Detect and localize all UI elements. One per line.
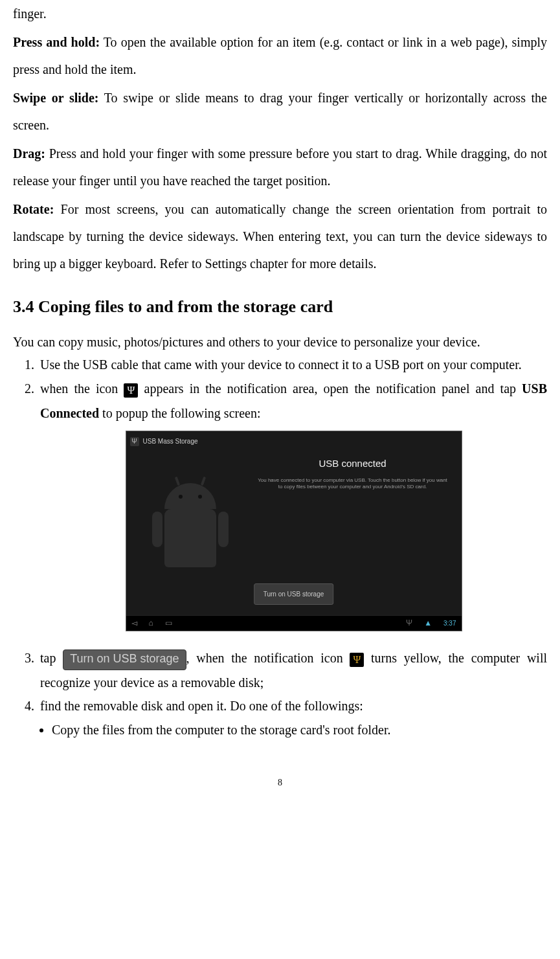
step-2-text-a: when the icon: [40, 381, 124, 396]
step-3-text-b: , when the notification icon: [186, 651, 350, 665]
nav-back-icon[interactable]: ◅: [131, 616, 137, 631]
step-2: when the icon appears in the notificatio…: [38, 376, 547, 639]
step-1: Use the USB cable that came with your de…: [38, 355, 547, 375]
step-3: tap Turn on USB storage, when the notifi…: [38, 646, 547, 695]
gesture-swipe: Swipe or slide: To swipe or slide means …: [13, 84, 547, 139]
nav-recent-icon[interactable]: ▭: [165, 616, 172, 631]
ss-subtext: You have connected to your computer via …: [256, 477, 450, 491]
sub-bullets: Copy the files from the computer to the …: [13, 717, 547, 742]
ss-turn-on-usb-button[interactable]: Turn on USB storage: [254, 583, 334, 605]
drag-text: Press and hold your finger with some pre…: [13, 146, 547, 188]
usb-icon-yellow: [350, 653, 364, 667]
gesture-rotate: Rotate: For most screens, you can automa…: [13, 196, 547, 277]
usb-screenshot: Ψ USB Mass Storage USB connected You hav…: [126, 431, 462, 631]
usb-icon: [124, 383, 138, 398]
bullet-copy-files: Copy the files from the computer to the …: [52, 717, 547, 742]
steps-list: Use the USB cable that came with your de…: [13, 355, 547, 716]
rotate-label: Rotate:: [13, 202, 54, 216]
nav-clock: 3:37: [443, 617, 456, 629]
step-3-text-a: tap: [40, 651, 63, 665]
swipe-label: Swipe or slide:: [13, 91, 99, 105]
step-2-text-b: appears in the notification area, open t…: [138, 381, 522, 396]
android-robot-icon: [155, 483, 226, 587]
section-heading: 3.4 Coping files to and from the storage…: [13, 295, 547, 319]
drag-label: Drag:: [13, 146, 45, 161]
ss-titlebar: Ψ USB Mass Storage: [130, 435, 198, 447]
ss-title: USB Mass Storage: [143, 435, 198, 447]
nav-wifi-icon: ▲: [424, 616, 432, 631]
step-2-text-c: to popup the following screen:: [99, 406, 260, 420]
gesture-press-hold: Press and hold: To open the available op…: [13, 28, 547, 83]
usb-screenshot-wrap: Ψ USB Mass Storage USB connected You hav…: [40, 431, 547, 639]
ss-usb-mini-icon: Ψ: [130, 437, 139, 446]
nav-home-icon[interactable]: ⌂: [149, 616, 153, 631]
page-number: 8: [13, 773, 547, 802]
turn-on-usb-storage-button[interactable]: Turn on USB storage: [63, 649, 186, 670]
ss-navbar: ◅ ⌂ ▭ Ψ ▲ 3:37: [126, 615, 462, 631]
nav-usb-icon: Ψ: [406, 616, 412, 631]
step-4: find the removable disk and open it. Do …: [38, 696, 547, 716]
gesture-finger-fragment: finger.: [13, 0, 547, 27]
section-intro: You can copy music, photos/pictures and …: [13, 333, 547, 351]
press-hold-label: Press and hold:: [13, 35, 100, 49]
gesture-drag: Drag: Press and hold your finger with so…: [13, 140, 547, 194]
ss-content: USB connected You have connected to your…: [256, 455, 450, 490]
rotate-text: For most screens, you can automatically …: [13, 202, 547, 271]
ss-heading: USB connected: [256, 455, 450, 473]
